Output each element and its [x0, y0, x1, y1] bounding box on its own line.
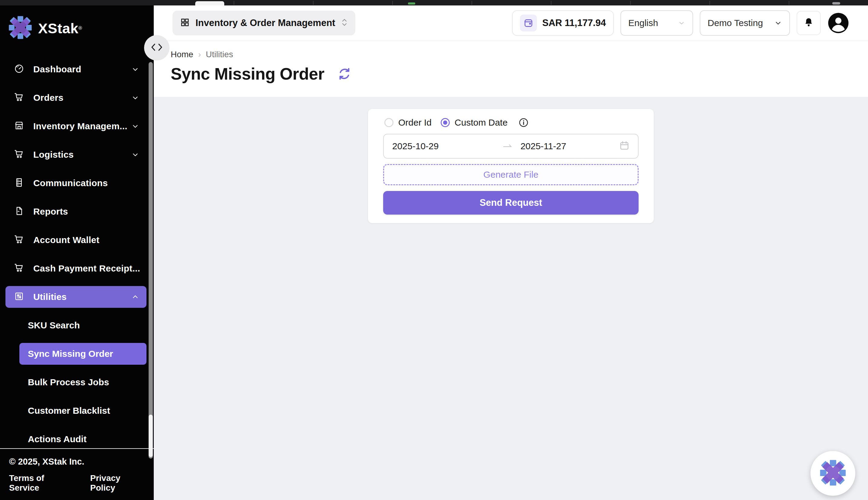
sidebar-item-label: Orders [33, 93, 64, 103]
chevron-down-icon [132, 151, 139, 159]
content-area: Order Id Custom Date 2025-10-29 2025-11-… [154, 97, 868, 500]
privacy-policy-link[interactable]: Privacy Policy [90, 473, 145, 493]
sync-missing-order-card: Order Id Custom Date 2025-10-29 2025-11-… [368, 109, 654, 223]
account-value: Demo Testing [708, 18, 763, 28]
end-date-value[interactable]: 2025-11-27 [521, 141, 566, 151]
document-icon [14, 206, 24, 217]
store-icon [14, 121, 24, 132]
sidebar-subitem-sku-search[interactable]: SKU Search [19, 315, 147, 336]
avatar-icon [827, 12, 849, 34]
updown-icon [341, 18, 347, 28]
sidebar-item-label: Account Wallet [33, 235, 99, 245]
info-icon[interactable] [518, 117, 529, 128]
sidebar: XStak ® Dashboard Orders [0, 5, 154, 500]
sidebar-scrollbar[interactable] [149, 62, 153, 458]
language-select[interactable]: English [620, 10, 693, 36]
sidebar-item-label: Dashboard [33, 64, 81, 75]
chevron-down-icon [774, 19, 782, 27]
start-date-value[interactable]: 2025-10-29 [392, 141, 438, 151]
top-header: Inventory & Order Management SAR 11,177.… [154, 5, 868, 41]
sidebar-item-label: Communications [33, 178, 108, 188]
collapse-icon [150, 42, 163, 54]
sidebar-item-label: Utilities [33, 292, 67, 302]
sidebar-scrollbar-thumb[interactable] [149, 414, 153, 457]
custom-date-radio[interactable] [441, 118, 450, 127]
sidebar-subitem-label: Bulk Process Jobs [28, 377, 109, 387]
custom-date-radio-label[interactable]: Custom Date [455, 117, 507, 128]
copyright-text: © 2025, XStak Inc. [9, 457, 145, 467]
sidebar-item-account-wallet[interactable]: Account Wallet [5, 229, 147, 251]
send-request-label: Send Request [480, 197, 542, 208]
cart-icon [14, 234, 24, 246]
sidebar-item-utilities[interactable]: Utilities [5, 286, 147, 308]
sidebar-subitem-label: Actions Audit [28, 434, 87, 444]
registered-mark: ® [78, 25, 82, 31]
bell-icon [803, 17, 814, 29]
user-avatar[interactable] [827, 12, 849, 34]
order-id-radio[interactable] [384, 118, 393, 127]
account-select[interactable]: Demo Testing [700, 10, 790, 36]
page-title: Sync Missing Order [171, 64, 324, 83]
sidebar-item-communications[interactable]: Communications [5, 172, 147, 194]
mode-radio-group: Order Id Custom Date [384, 117, 639, 128]
sidebar-collapse-button[interactable] [144, 35, 170, 60]
refresh-icon[interactable] [337, 67, 352, 81]
sidebar-item-orders[interactable]: Orders [5, 87, 147, 109]
breadcrumb-current: Utilities [206, 50, 233, 59]
sidebar-subitem-label: SKU Search [28, 320, 80, 330]
sidebar-item-label: Cash Payment Receipt... [33, 263, 140, 274]
wallet-balance: SAR 11,177.94 [542, 18, 606, 29]
sidebar-subitem-bulk-process-jobs[interactable]: Bulk Process Jobs [19, 371, 147, 393]
sidebar-subitem-label: Sync Missing Order [28, 349, 113, 359]
sidebar-item-dashboard[interactable]: Dashboard [5, 58, 147, 80]
language-value: English [628, 18, 658, 28]
cart-icon [14, 149, 24, 160]
breadcrumb-separator: › [198, 50, 201, 59]
generate-file-label: Generate File [483, 170, 538, 180]
sidebar-nav: Dashboard Orders Inventory Managem... [0, 51, 154, 448]
tab-favicon [832, 2, 840, 4]
brand-logo[interactable]: XStak ® [0, 5, 154, 51]
chevron-down-icon [132, 94, 139, 102]
main-area: Inventory & Order Management SAR 11,177.… [154, 5, 868, 500]
chevron-down-icon [132, 122, 139, 130]
breadcrumb: Home › Utilities [154, 41, 868, 59]
sidebar-subitem-label: Customer Blacklist [28, 406, 110, 416]
chevron-down-icon [678, 19, 685, 27]
breadcrumb-home[interactable]: Home [171, 50, 193, 59]
wallet-balance-chip[interactable]: SAR 11,177.94 [512, 10, 614, 36]
sliders-icon [14, 291, 24, 303]
sidebar-subitem-customer-blacklist[interactable]: Customer Blacklist [19, 400, 147, 422]
calendar-icon[interactable] [619, 140, 629, 152]
gauge-icon [14, 64, 24, 75]
tab-favicon [408, 2, 415, 4]
generate-file-button[interactable]: Generate File [383, 164, 639, 185]
sidebar-subitem-actions-audit[interactable]: Actions Audit [19, 428, 147, 448]
server-icon [14, 177, 24, 189]
app-switcher-label: Inventory & Order Management [195, 18, 335, 29]
sidebar-item-cash-payment-receipt[interactable]: Cash Payment Receipt... [5, 258, 147, 279]
sidebar-item-inventory-management[interactable]: Inventory Managem... [5, 115, 147, 137]
send-request-button[interactable]: Send Request [383, 191, 639, 215]
cart-icon [14, 263, 24, 274]
date-range-input[interactable]: 2025-10-29 2025-11-27 [383, 134, 639, 159]
chevron-down-icon [132, 65, 139, 73]
xstak-floating-button[interactable] [811, 451, 855, 496]
wallet-icon [520, 14, 537, 32]
grid-icon [180, 18, 190, 28]
brand-name: XStak [38, 20, 78, 37]
sidebar-item-reports[interactable]: Reports [5, 201, 147, 223]
xstak-asterisk-logo-icon [819, 459, 847, 488]
sidebar-item-label: Reports [33, 206, 68, 217]
order-id-radio-label[interactable]: Order Id [398, 117, 432, 128]
browser-tab-strip [0, 0, 868, 5]
cart-icon [14, 92, 24, 103]
page-title-row: Sync Missing Order [154, 59, 868, 97]
app-switcher[interactable]: Inventory & Order Management [172, 11, 355, 35]
terms-of-service-link[interactable]: Terms of Service [9, 473, 73, 493]
sidebar-item-label: Inventory Managem... [33, 121, 127, 132]
notifications-button[interactable] [797, 11, 821, 35]
arrow-right-icon [502, 143, 513, 150]
sidebar-item-logistics[interactable]: Logistics [5, 144, 147, 166]
sidebar-subitem-sync-missing-order[interactable]: Sync Missing Order [19, 343, 147, 365]
